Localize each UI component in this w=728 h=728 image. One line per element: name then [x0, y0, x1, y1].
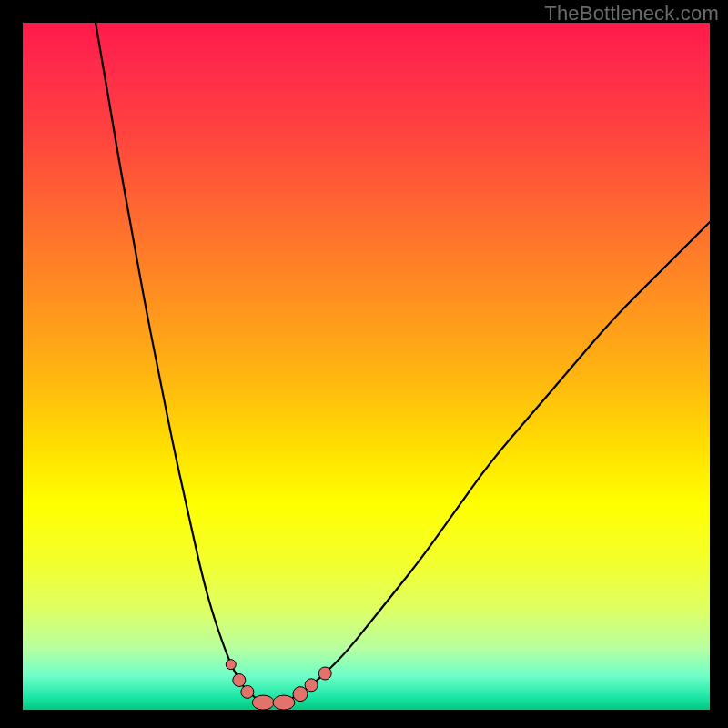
curve-marker [318, 667, 331, 680]
curve-marker [305, 679, 318, 692]
bottleneck-curve-svg [23, 23, 710, 710]
chart-frame: TheBottleneck.com [0, 0, 728, 728]
bottleneck-curve [96, 23, 710, 704]
curve-markers [226, 660, 331, 710]
curve-marker [252, 695, 274, 710]
curve-marker [241, 685, 254, 698]
plot-area [23, 23, 710, 710]
curve-marker [293, 687, 308, 702]
curve-marker [226, 660, 236, 670]
curve-marker [273, 695, 295, 710]
watermark-text: TheBottleneck.com [544, 2, 719, 25]
curve-marker [233, 674, 246, 687]
